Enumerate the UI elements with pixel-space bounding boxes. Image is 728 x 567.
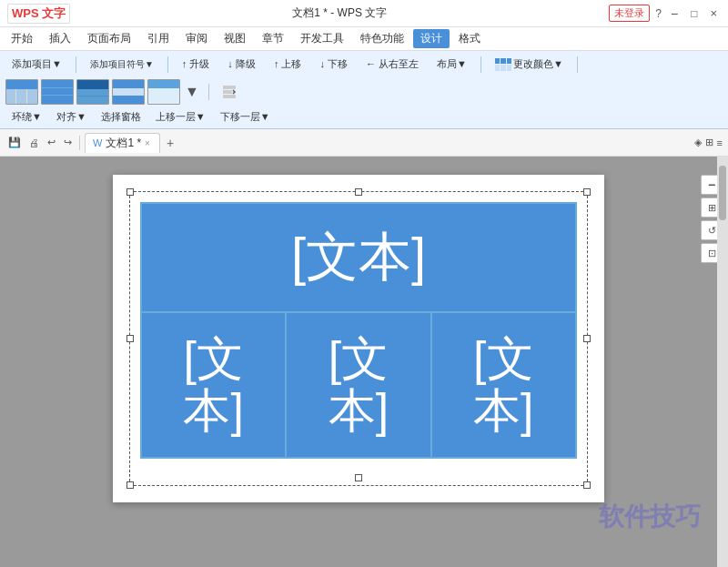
menu-bar: 开始 插入 页面布局 引用 审阅 视图 章节 开发工具 特色功能 设计 格式 [0,27,728,51]
page-container: [文本] [文本] [文本] [文本] [113,175,604,502]
doc-table[interactable]: [文本] [文本] [文本] [文本] [140,202,577,459]
align-dropdown[interactable]: 对齐▼ [50,107,93,127]
add-item-button[interactable]: 添加项目▼ [5,55,68,74]
menu-format[interactable]: 格式 [451,29,488,48]
toolbar-right-icon1[interactable]: ◈ [694,137,702,148]
ltr-button[interactable]: ← 从右至左 [359,55,425,74]
preset-1[interactable] [5,79,38,105]
ribbon-right-row1 [217,81,242,103]
ribbon-row1: 添加项目▼ 添加项目符号▼ ↑ 升级 ↓ 降级 ↑ 上移 ↓ 下移 ← 从右至左… [5,55,723,105]
close-button[interactable]: × [706,6,721,20]
menu-special[interactable]: 特色功能 [353,29,411,48]
handle-tr[interactable] [583,188,591,196]
redo-icon[interactable]: ↪ [61,136,75,149]
tab-label: 文档1 * [106,136,141,151]
menu-start[interactable]: 开始 [4,29,40,48]
new-tab-button[interactable]: + [163,134,177,152]
scrollbar-track[interactable] [717,157,728,567]
tab-icon: W [93,137,102,148]
table-cell-1[interactable]: [文本] [141,312,286,458]
menu-insert[interactable]: 插入 [42,29,78,48]
handle-bm[interactable] [355,474,362,481]
handle-ml[interactable] [126,335,134,342]
table-presets: ▼ [5,79,201,105]
print-icon[interactable]: 🖨 [26,137,42,149]
handle-tm[interactable] [355,188,362,196]
menu-page-layout[interactable]: 页面布局 [80,29,138,48]
menu-dev-tools[interactable]: 开发工具 [293,29,351,48]
preset-4[interactable] [112,79,145,105]
title-bar: WPS 文字 文档1 * - WPS 文字 未登录 ? − □ × [0,0,728,27]
scrollbar-thumb[interactable] [719,166,726,220]
preset-dropdown[interactable]: ▼ [183,82,201,102]
tab-close-button[interactable]: × [145,138,150,148]
window-title: 文档1 * - WPS 文字 [70,5,609,21]
title-bar-right: 未登录 ? − □ × [609,5,721,22]
move-down-button[interactable]: ↓ 下移 [313,55,354,74]
table-header-cell[interactable]: [文本] [141,203,576,312]
menu-design[interactable]: 设计 [413,29,450,48]
move-up-button[interactable]: ↑ 上移 [268,55,308,74]
menu-review[interactable]: 审阅 [178,29,215,48]
preset-3[interactable] [76,79,109,105]
preset-5[interactable] [147,79,180,105]
vertical-scrollbar[interactable] [717,157,728,567]
handle-br[interactable] [583,481,591,489]
toolbar-sep1 [79,136,80,150]
doc-canvas[interactable]: [文本] [文本] [文本] [文本] [0,157,717,567]
wrap-button[interactable] [217,81,242,103]
menu-references[interactable]: 引用 [140,29,177,48]
sep5 [208,84,209,100]
move-down-layer-button[interactable]: 下移一层▼ [214,107,277,127]
handle-bl[interactable] [126,481,134,489]
wrap-dropdown[interactable]: 环绕▼ [5,107,48,127]
handle-tl[interactable] [126,188,134,196]
sep3 [480,56,481,73]
ribbon: 添加项目▼ 添加项目符号▼ ↑ 升级 ↓ 降级 ↑ 上移 ↓ 下移 ← 从右至左… [0,51,728,129]
svg-rect-1 [223,90,232,94]
document-tab[interactable]: W 文档1 * × [85,133,160,153]
save-icon[interactable]: 💾 [5,136,24,149]
sep1 [76,56,76,73]
table-cell-3[interactable]: [文本] [431,312,576,458]
preset-2[interactable] [41,79,74,105]
move-up-layer-button[interactable]: 上移一层▼ [149,107,212,127]
maximize-button[interactable]: □ [687,7,701,20]
level-down-button[interactable]: ↓ 降级 [221,55,262,74]
level-up-button[interactable]: ↑ 升级 [176,55,217,74]
toolbar-right: ◈ ⊞ ≡ [694,137,723,148]
title-bar-left: WPS 文字 [7,4,70,24]
wps-logo[interactable]: WPS 文字 [7,4,70,24]
help-icon[interactable]: ? [655,7,662,20]
toolbar-right-icon3[interactable]: ≡ [717,137,723,148]
select-panel-button[interactable]: 选择窗格 [95,107,147,127]
toolbar: 💾 🖨 ↩ ↪ W 文档1 * × + ◈ ⊞ ≡ [0,129,728,157]
sep2 [167,56,168,73]
table-cell-2[interactable]: [文本] [286,312,430,458]
add-item-symbol-button[interactable]: 添加项目符号▼ [84,56,160,74]
login-button[interactable]: 未登录 [609,5,650,22]
menu-chapter[interactable]: 章节 [255,29,291,48]
toolbar-right-icon2[interactable]: ⊞ [705,137,713,148]
layout-button[interactable]: 布局▼ [430,55,473,74]
change-color-button[interactable]: 更改颜色▼ [489,55,570,74]
ribbon-row2: 环绕▼ 对齐▼ 选择窗格 上移一层▼ 下移一层▼ [5,107,723,127]
undo-icon[interactable]: ↩ [45,136,58,149]
menu-view[interactable]: 视图 [217,29,253,48]
minimize-button[interactable]: − [667,6,682,21]
sep4 [577,56,578,73]
handle-mr[interactable] [583,335,591,342]
svg-rect-2 [223,95,236,98]
svg-rect-0 [223,86,236,89]
doc-area: [文本] [文本] [文本] [文本] − ⊞ ↺ ⊡ 软件技巧 [0,157,728,567]
